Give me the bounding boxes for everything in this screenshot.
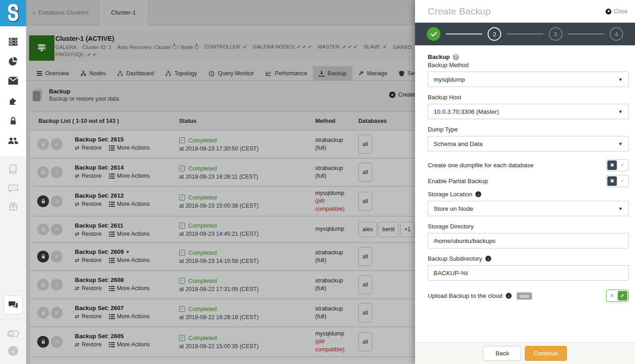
puzzle-icon[interactable] <box>8 96 18 106</box>
storage-directory-input[interactable] <box>428 233 629 248</box>
enable-partial-label: Enable Partial Backup <box>428 178 488 184</box>
back-button[interactable]: Back <box>483 346 521 361</box>
backup-subdirectory-label: Backup Subdirectory <box>428 255 629 262</box>
backup-host-label: Backup Host <box>428 94 629 101</box>
book-icon[interactable] <box>8 164 18 174</box>
backup-host-select[interactable]: 10.0.3.70:3306 (Master) <box>428 104 629 119</box>
info-icon[interactable] <box>475 191 481 197</box>
app-sidebar <box>0 0 26 364</box>
step-3[interactable]: 3 <box>549 27 562 41</box>
gift-icon[interactable] <box>9 202 18 211</box>
close-icon <box>606 9 611 15</box>
close-label: Close <box>614 8 628 15</box>
dump-type-label: Dump Type <box>428 126 629 133</box>
sidebar-divider <box>0 319 26 319</box>
enable-partial-toggle[interactable] <box>606 175 629 187</box>
toggle-on-icon <box>618 160 627 170</box>
upload-cloud-row: Upload Backup to the cloud new <box>428 290 629 302</box>
app-logo[interactable] <box>0 0 26 26</box>
chevron-down-icon <box>618 141 623 146</box>
storage-location-select[interactable]: Store on Node <box>428 201 629 216</box>
step-2-current[interactable]: 2 <box>488 27 501 41</box>
envelope-icon[interactable] <box>8 77 18 85</box>
help-icon[interactable] <box>453 54 459 60</box>
toggle-icon[interactable] <box>7 330 19 337</box>
toggle-off-icon <box>607 160 617 170</box>
chevron-right-icon[interactable] <box>8 346 18 356</box>
step-1-done[interactable] <box>427 27 440 41</box>
chevron-down-icon <box>618 109 623 114</box>
enable-partial-row: Enable Partial Backup <box>428 175 629 187</box>
form-section-heading: Backup <box>428 53 629 60</box>
step-4[interactable]: 4 <box>610 27 623 41</box>
backup-method-label: Backup Method <box>428 62 629 68</box>
comment-icon[interactable] <box>8 184 18 193</box>
step-connector <box>507 34 543 34</box>
step-connector <box>446 34 482 34</box>
continue-button[interactable]: Continue <box>525 346 567 361</box>
users-icon[interactable] <box>8 137 19 145</box>
info-icon[interactable] <box>506 293 512 299</box>
create-dumpfile-label: Create one dumpfile for each database <box>428 162 533 169</box>
pie-chart-icon[interactable] <box>8 56 18 66</box>
lock-icon[interactable] <box>9 116 17 126</box>
dump-type-select[interactable]: Schema and Data <box>428 136 629 151</box>
toggle-off-icon <box>607 291 617 301</box>
backup-method-select[interactable]: mysqldump <box>428 72 629 87</box>
close-button[interactable]: Close <box>606 8 628 15</box>
chat-icon[interactable] <box>4 296 23 315</box>
step-connector <box>568 34 604 34</box>
panel-footer: Back Continue <box>415 342 635 364</box>
create-dumpfile-row: Create one dumpfile for each database <box>428 159 629 171</box>
create-dumpfile-toggle[interactable] <box>606 159 629 171</box>
servers-icon[interactable] <box>8 37 18 47</box>
wizard-steps: 2 3 4 <box>415 23 635 45</box>
toggle-on-icon <box>618 176 627 186</box>
chevron-down-icon <box>618 206 623 211</box>
toggle-on-icon <box>618 291 627 301</box>
backup-form: Backup Backup Method mysqldump Backup Ho… <box>415 45 635 342</box>
panel-title: Create Backup <box>428 6 491 17</box>
chevron-down-icon <box>618 77 623 82</box>
upload-cloud-toggle[interactable] <box>606 290 629 302</box>
create-backup-panel: Create Backup Close 2 3 4 Backup Backup … <box>415 0 635 364</box>
toggle-off-icon <box>607 176 617 186</box>
upload-cloud-label: Upload Backup to the cloud new <box>428 292 532 300</box>
storage-location-label: Storage Location <box>428 191 629 198</box>
storage-directory-label: Storage Directory <box>428 223 629 230</box>
info-icon[interactable] <box>485 256 491 262</box>
check-icon <box>431 32 437 37</box>
panel-header: Create Backup Close <box>415 0 635 23</box>
backup-subdirectory-input[interactable] <box>428 265 629 281</box>
modal-overlay <box>26 0 415 364</box>
new-badge: new <box>517 292 532 300</box>
